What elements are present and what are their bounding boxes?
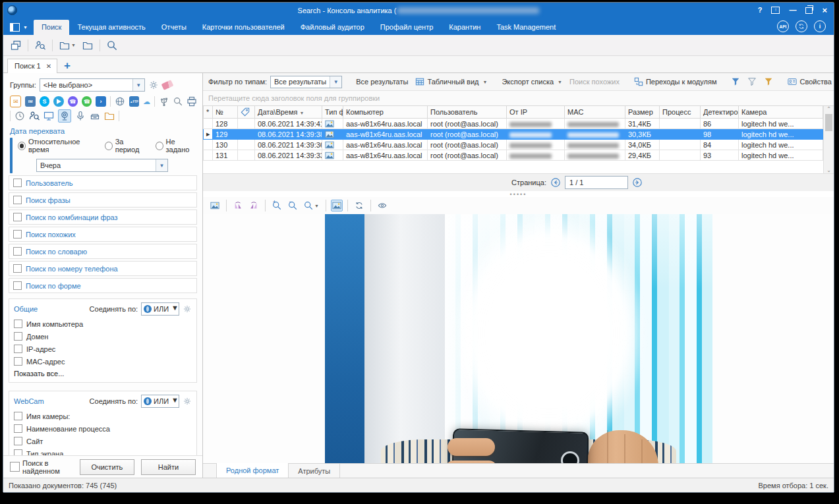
table-row[interactable]: 131 08.06.2021 14:39:33 aas-w81x64ru.aas… bbox=[204, 150, 823, 161]
scrollbar-thumb[interactable] bbox=[825, 114, 832, 131]
close-tab-icon[interactable]: ✕ bbox=[46, 63, 51, 70]
filter-dictionary[interactable]: Поиск по словарю bbox=[9, 244, 197, 259]
rotate-left-icon[interactable] bbox=[231, 199, 245, 212]
zoom-level-icon[interactable]: ▼ bbox=[302, 199, 321, 212]
viber-icon[interactable]: ☎ bbox=[68, 96, 78, 107]
group-by-hint[interactable]: Перетащите сюда заголовок поля для групп… bbox=[203, 91, 834, 105]
info-icon[interactable]: i bbox=[814, 20, 826, 32]
page-number-input[interactable]: 1 / 1 bbox=[565, 176, 628, 189]
user-properties-button[interactable]: Свойства пользо... bbox=[786, 76, 834, 88]
col-tag-icon[interactable] bbox=[238, 106, 255, 119]
checkbox[interactable] bbox=[14, 437, 22, 445]
search-in-found-checkbox[interactable]: Поиск в найденном bbox=[10, 459, 73, 475]
ribbon-tab-reports[interactable]: Отчеты bbox=[154, 20, 194, 35]
table-row[interactable]: 130 08.06.2021 14:39:36 aas-w81x64ru.aas… bbox=[204, 140, 823, 150]
relative-time-select[interactable]: Вчера ▼ bbox=[36, 159, 168, 172]
results-table[interactable]: * № Дата\Время ▼ Тип фа Компьютер Пользо… bbox=[203, 106, 823, 161]
api-icon[interactable]: API bbox=[777, 20, 789, 32]
common-domain[interactable]: Домен bbox=[14, 332, 192, 341]
add-tab-button[interactable]: + bbox=[57, 60, 77, 72]
lync-icon[interactable]: › bbox=[96, 96, 105, 107]
col-mac[interactable]: MAC bbox=[565, 106, 625, 119]
type-filter-select[interactable]: Все результаты▼ bbox=[270, 76, 342, 88]
col-user[interactable]: Пользователь bbox=[428, 106, 507, 119]
col-detect[interactable]: Детектирова bbox=[701, 106, 739, 119]
filter-phone-number[interactable]: Поиск по номеру телефона bbox=[9, 261, 197, 276]
funnel-edit-icon[interactable] bbox=[762, 76, 775, 88]
table-view-button[interactable]: Табличный вид▼ bbox=[413, 76, 489, 88]
find-button[interactable]: Найти bbox=[141, 459, 196, 475]
filter-form[interactable]: Поиск по форме bbox=[9, 278, 197, 293]
printer-icon[interactable] bbox=[187, 96, 197, 107]
funnel-clear-icon[interactable] bbox=[745, 76, 759, 88]
groups-select[interactable]: <Не выбрано> ▼ bbox=[40, 78, 145, 92]
deploy-icon[interactable] bbox=[796, 20, 807, 32]
checkbox[interactable] bbox=[13, 281, 22, 290]
col-size[interactable]: Размер bbox=[625, 106, 660, 119]
monitor-icon[interactable] bbox=[43, 111, 54, 121]
folder-import-icon[interactable] bbox=[80, 38, 95, 53]
checkbox[interactable] bbox=[10, 462, 20, 472]
show-all-link[interactable]: Показать все... bbox=[14, 370, 192, 378]
col-from-ip[interactable]: От IP bbox=[507, 106, 565, 119]
common-join-select[interactable]: ИЛИ▼ bbox=[141, 302, 179, 316]
eraser-icon[interactable] bbox=[161, 80, 173, 90]
export-list-button[interactable]: Экспорт списка▼ bbox=[500, 76, 564, 87]
webcam-screen-type[interactable]: Тип экрана bbox=[14, 449, 192, 455]
scroll-up-icon[interactable]: ⌃ bbox=[826, 106, 831, 112]
chevron-down-icon[interactable]: ▼ bbox=[156, 159, 167, 171]
filter-phrase-combo[interactable]: Поиск по комбинации фраз bbox=[9, 210, 197, 225]
col-computer[interactable]: Компьютер bbox=[343, 106, 428, 119]
preview-eye-icon[interactable] bbox=[376, 199, 389, 212]
mail-icon[interactable]: ✉ bbox=[10, 96, 21, 107]
zoom-out-icon[interactable]: − bbox=[286, 199, 299, 212]
ribbon-tab-current-activity[interactable]: Текущая активность bbox=[69, 20, 153, 35]
rotate-right-icon[interactable] bbox=[247, 199, 260, 212]
checkbox[interactable] bbox=[14, 449, 22, 455]
ribbon-tab-search[interactable]: Поиск bbox=[34, 20, 69, 35]
tab-attributes[interactable]: Атрибуты bbox=[289, 464, 340, 478]
chevron-down-icon[interactable]: ▼ bbox=[330, 76, 341, 88]
table-row-selected[interactable]: ▸ 129 08.06.2021 14:39:38 aas-w81x64ru.a… bbox=[204, 129, 823, 140]
radio-relative-time[interactable]: Относительное время bbox=[18, 138, 96, 154]
ribbon-tab-user-cards[interactable]: Карточки пользователей bbox=[194, 20, 293, 35]
chevron-down-icon[interactable]: ▼ bbox=[132, 79, 144, 91]
telegram-icon[interactable] bbox=[53, 96, 63, 107]
checkbox[interactable] bbox=[13, 179, 22, 187]
all-results-button[interactable]: Все результаты bbox=[354, 76, 410, 87]
time-filter-clock-icon[interactable] bbox=[14, 111, 25, 121]
scroll-down-icon[interactable]: ⌄ bbox=[826, 167, 831, 173]
checkbox[interactable] bbox=[14, 332, 22, 341]
folder-transfer-icon[interactable] bbox=[104, 111, 115, 121]
ribbon-tab-quarantine[interactable]: Карантин bbox=[441, 20, 488, 35]
prev-page-icon[interactable] bbox=[550, 177, 561, 188]
checkbox[interactable] bbox=[14, 320, 22, 328]
funnel-filter-icon[interactable] bbox=[729, 76, 742, 88]
radio-not-set[interactable]: Не задано bbox=[156, 138, 197, 154]
main-menu-button[interactable]: ▼ bbox=[3, 23, 34, 35]
webcam-join-select[interactable]: ИЛИ▼ bbox=[141, 395, 179, 408]
webcam-site[interactable]: Сайт bbox=[14, 437, 192, 445]
common-computer-name[interactable]: Имя компьютера bbox=[14, 320, 192, 328]
cloud-icon[interactable]: ☁ bbox=[143, 98, 150, 106]
pin-window-button[interactable]: ↑ bbox=[771, 7, 780, 14]
groups-settings-gear-icon[interactable] bbox=[148, 80, 159, 90]
checkbox[interactable] bbox=[14, 357, 22, 366]
zoom-in-icon[interactable]: + bbox=[270, 199, 283, 212]
cash-register-icon[interactable] bbox=[90, 111, 100, 121]
col-type[interactable]: Тип фа bbox=[322, 106, 343, 119]
chevron-down-icon[interactable]: ▼ bbox=[171, 304, 179, 314]
table-row[interactable]: 128 08.06.2021 14:39:41 aas-w81x64ru.aas… bbox=[204, 119, 823, 129]
webcam-icon-selected[interactable] bbox=[58, 109, 71, 123]
checkbox[interactable] bbox=[14, 412, 22, 420]
help-button[interactable]: ? bbox=[758, 7, 763, 14]
id-search-icon[interactable] bbox=[105, 38, 119, 53]
user-search-icon[interactable] bbox=[33, 38, 47, 53]
cascade-windows-icon[interactable] bbox=[9, 38, 23, 53]
ribbon-tab-profile-center[interactable]: Профайл центр bbox=[372, 20, 441, 35]
skype-icon[interactable]: S bbox=[40, 96, 49, 107]
restore-button[interactable] bbox=[805, 7, 813, 14]
checkbox[interactable] bbox=[13, 230, 22, 238]
microphone-icon[interactable] bbox=[75, 111, 86, 121]
search-similar-button[interactable]: Поиск похожих bbox=[567, 76, 622, 87]
